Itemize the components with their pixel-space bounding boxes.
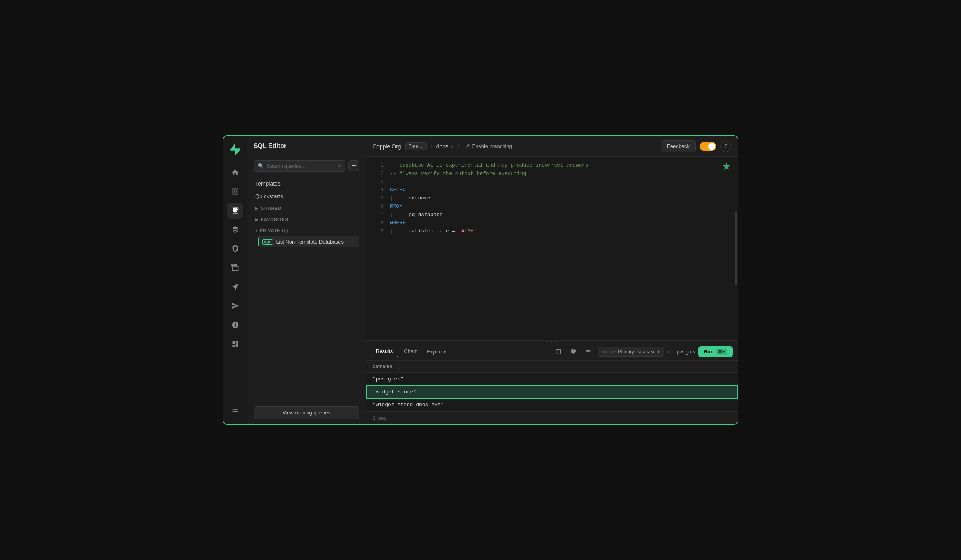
toggle-thumb bbox=[708, 143, 715, 150]
run-button[interactable]: Run ⌘↵ bbox=[698, 346, 733, 357]
free-badge-chevron: ⌄ bbox=[420, 144, 423, 148]
export-chevron-icon: ▾ bbox=[444, 349, 446, 354]
results-table: datname "postgres" "widget_store" "widge… bbox=[366, 361, 738, 411]
code-content-6: FROM bbox=[390, 203, 402, 211]
role-selector[interactable]: role postgres bbox=[667, 349, 695, 355]
sidebar-item-auth[interactable] bbox=[227, 241, 243, 257]
tab-chart[interactable]: Chart bbox=[399, 346, 421, 357]
export-label: Export bbox=[427, 349, 442, 355]
sidebar-item-edge[interactable] bbox=[227, 298, 243, 314]
line-number-5: 5 bbox=[373, 194, 384, 203]
code-line-3: 3 bbox=[366, 178, 738, 186]
results-toolbar-right: source Primary Database ▾ role postgres … bbox=[552, 346, 733, 358]
scrollbar-thumb bbox=[735, 212, 737, 285]
main-area: Copple Org Free ⌄ / dbos ⌄ / ⎇ Enable br… bbox=[366, 136, 738, 424]
favorites-section-header[interactable]: ▶ FAVORITES bbox=[254, 214, 359, 225]
sidebar-item-storage[interactable] bbox=[227, 260, 243, 276]
db-selector[interactable]: dbos ⌄ bbox=[436, 143, 454, 150]
line-number-6: 6 bbox=[373, 203, 384, 211]
left-panel: SQL Editor 🔍 Search queries... ▾ + Templ… bbox=[247, 136, 366, 424]
panel-title: SQL Editor bbox=[254, 142, 359, 150]
code-content-8: WHERE bbox=[390, 219, 406, 228]
code-line-8: 8 WHERE bbox=[366, 219, 738, 228]
private-section-header[interactable]: ▾ PRIVATE (1) bbox=[254, 225, 359, 236]
templates-nav-item[interactable]: Templates bbox=[254, 177, 359, 190]
line-number-1: 1 bbox=[373, 161, 384, 170]
quickstarts-nav-item[interactable]: Quickstarts bbox=[254, 190, 359, 203]
line-number-3: 3 bbox=[373, 178, 384, 186]
code-line-2: 2 -- Always verify the output before exe… bbox=[366, 170, 738, 178]
table-view-icon[interactable] bbox=[552, 346, 564, 358]
sidebar-item-menu[interactable] bbox=[227, 402, 243, 418]
top-bar-right: Feedback ? bbox=[661, 140, 731, 152]
tab-chart-label: Chart bbox=[404, 348, 417, 354]
toggle-track[interactable] bbox=[700, 142, 716, 151]
free-badge[interactable]: Free ⌄ bbox=[405, 142, 427, 150]
shared-section-label: SHARED bbox=[261, 206, 281, 211]
source-selector[interactable]: source Primary Database ▾ bbox=[598, 347, 664, 357]
search-row: 🔍 Search queries... ▾ + bbox=[247, 156, 366, 176]
toggle-wrapper bbox=[700, 142, 716, 151]
sidebar-item-reports[interactable] bbox=[227, 336, 243, 352]
left-panel-header: SQL Editor bbox=[247, 136, 366, 156]
view-running-queries-button[interactable]: View running queries bbox=[254, 406, 359, 419]
sidebar-item-database[interactable] bbox=[227, 222, 243, 238]
ai-icon[interactable] bbox=[722, 161, 731, 173]
role-label: role bbox=[667, 349, 675, 355]
branching-label: Enable branching bbox=[472, 143, 512, 149]
shared-section-header[interactable]: ▶ SHARED bbox=[254, 203, 359, 214]
table-row-2[interactable]: "widget_store" bbox=[366, 385, 738, 399]
table-row-1[interactable]: "postgres" bbox=[366, 373, 738, 385]
search-bar[interactable]: 🔍 Search queries... ▾ bbox=[254, 160, 345, 172]
table-row-3[interactable]: "widget_store_dbos_sys" bbox=[366, 399, 738, 411]
code-editor[interactable]: 1 -- Supabase AI is experimental and may… bbox=[366, 157, 738, 340]
code-content-4: SELECT bbox=[390, 186, 409, 194]
results-toolbar: Results Chart Export ▾ bbox=[366, 343, 738, 361]
more-options-icon[interactable] bbox=[582, 346, 594, 358]
db-name: dbos bbox=[436, 143, 448, 150]
separator-2: / bbox=[457, 143, 459, 150]
search-dropdown-icon: ▾ bbox=[338, 163, 341, 169]
code-line-5: 5 | datname bbox=[366, 194, 738, 203]
private-chevron-icon: ▾ bbox=[255, 228, 258, 233]
left-panel-nav: Templates Quickstarts ▶ SHARED ▶ FAVORIT… bbox=[247, 176, 366, 401]
add-query-button[interactable]: + bbox=[348, 160, 359, 171]
tab-results[interactable]: Results bbox=[371, 346, 398, 357]
code-content-3 bbox=[390, 178, 393, 186]
enable-branching-button[interactable]: ⎇ Enable branching bbox=[463, 143, 512, 150]
export-button[interactable]: Export ▾ bbox=[423, 346, 450, 357]
search-icon: 🔍 bbox=[258, 163, 264, 169]
line-number-4: 4 bbox=[373, 186, 384, 194]
list-non-template-db-item[interactable]: SQL List Non-Template Databases bbox=[258, 236, 359, 247]
favorites-chevron-icon: ▶ bbox=[255, 217, 259, 222]
code-line-7: 7 | pg_database bbox=[366, 211, 738, 219]
private-section-label: PRIVATE (1) bbox=[260, 228, 288, 233]
favorites-section-label: FAVORITES bbox=[261, 217, 288, 222]
help-button[interactable]: ? bbox=[720, 141, 731, 152]
role-value: postgres bbox=[677, 349, 695, 355]
sidebar-item-realtime[interactable] bbox=[227, 279, 243, 295]
feedback-button[interactable]: Feedback bbox=[661, 140, 696, 152]
code-content-9: | datistemplate = FALSE; bbox=[390, 227, 477, 236]
line-number-9: 9 bbox=[373, 227, 384, 236]
line-number-7: 7 bbox=[373, 211, 384, 219]
line-number-8: 8 bbox=[373, 219, 384, 228]
sidebar-item-editor[interactable] bbox=[227, 203, 243, 219]
help-icon: ? bbox=[724, 143, 727, 149]
db-chevron-icon: ⌄ bbox=[450, 144, 454, 149]
sidebar-item-table[interactable] bbox=[227, 184, 243, 199]
favorite-icon[interactable] bbox=[567, 346, 579, 358]
sidebar-icons bbox=[223, 136, 247, 424]
sidebar-item-home[interactable] bbox=[227, 165, 243, 180]
shared-chevron-icon: ▶ bbox=[255, 206, 259, 211]
code-line-6: 6 FROM bbox=[366, 203, 738, 211]
supabase-logo[interactable] bbox=[228, 142, 242, 157]
search-placeholder: Search queries... bbox=[267, 163, 306, 169]
sidebar-item-observability[interactable] bbox=[227, 317, 243, 333]
table-cell-1-datname: "postgres" bbox=[366, 373, 410, 385]
line-number-2: 2 bbox=[373, 170, 384, 178]
org-name: Copple Org bbox=[373, 143, 401, 150]
sql-badge: SQL bbox=[262, 239, 273, 245]
results-panel: Results Chart Export ▾ bbox=[366, 343, 738, 424]
results-footer: 3 rows bbox=[366, 411, 738, 424]
